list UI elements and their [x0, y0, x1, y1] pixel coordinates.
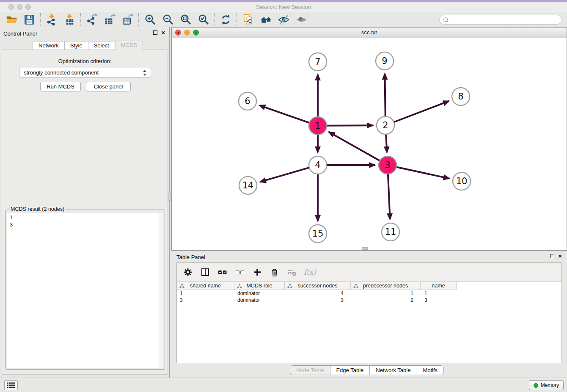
zoom-selected-icon[interactable] [194, 13, 212, 26]
memory-button[interactable]: Memory [529, 380, 564, 390]
table-tabs: Node Table Edge Table Network Table Moti… [290, 365, 444, 375]
graph-node-15[interactable]: 15 [309, 225, 327, 243]
graph-node-6[interactable]: 6 [239, 92, 256, 110]
zoom-fit-icon[interactable] [176, 13, 194, 26]
tab-network-table[interactable]: Network Table [370, 366, 417, 375]
close-panel-button[interactable]: Close panel [86, 82, 131, 91]
cell-shared-name[interactable]: 3 [177, 297, 234, 304]
node-table[interactable]: shared name MCDS role successor nodes pr… [177, 282, 561, 363]
cell-predecessor-nodes[interactable]: 2 [351, 297, 421, 304]
show-all-icon[interactable] [292, 13, 310, 26]
tab-edge-table[interactable]: Edge Table [330, 366, 370, 375]
toggle-panes-icon[interactable] [200, 267, 211, 278]
column-header-shared-name[interactable]: shared name [177, 282, 234, 290]
graph-edge-4-14[interactable] [260, 168, 309, 182]
save-session-icon[interactable] [20, 13, 38, 26]
task-history-button[interactable] [4, 380, 18, 390]
deselect-all-columns-icon[interactable] [234, 267, 245, 278]
dropdown-stepper-icon [143, 69, 147, 76]
mcds-result-area[interactable]: 1 3 [7, 213, 163, 368]
delete-columns-icon[interactable] [269, 267, 280, 278]
cell-name[interactable]: 1 [421, 290, 457, 297]
float-panel-icon[interactable] [153, 30, 157, 35]
svg-text:8: 8 [458, 91, 463, 102]
column-header-mcds-role[interactable]: MCDS role [234, 282, 285, 290]
graph-node-1[interactable]: 1 [309, 117, 327, 135]
apply-layout-icon[interactable] [217, 13, 234, 26]
task-list-icon [7, 382, 15, 389]
network-window-titlebar[interactable]: x − + scc.txt [172, 28, 567, 38]
export-network-icon[interactable] [83, 13, 101, 26]
graph-edge-2-3[interactable] [386, 134, 387, 152]
memory-label: Memory [541, 382, 559, 388]
graph-node-11[interactable]: 11 [382, 223, 399, 241]
graph-node-9[interactable]: 9 [376, 52, 394, 70]
graph-node-8[interactable]: 8 [452, 88, 470, 105]
hide-selected-icon[interactable] [275, 13, 292, 26]
delete-table-icon[interactable] [286, 267, 297, 278]
search-field[interactable] [439, 15, 562, 25]
graph-edge-3-1[interactable] [329, 132, 380, 161]
graph-node-7[interactable]: 7 [309, 53, 327, 71]
tab-motifs[interactable]: Motifs [417, 366, 443, 375]
run-mcds-button[interactable]: Run MCDS [40, 82, 81, 91]
zoom-out-icon[interactable] [159, 13, 176, 26]
network-graph[interactable]: 7968124314101511 [172, 38, 567, 250]
toolbar-separator [40, 13, 41, 26]
tab-node-table[interactable]: Node Table [290, 366, 330, 375]
column-header-predecessor-nodes[interactable]: predecessor nodes [351, 282, 421, 290]
tab-mcds[interactable]: MCDS [115, 41, 143, 50]
graph-edge-1-2[interactable] [327, 125, 373, 126]
panel-splitter-handle[interactable] [168, 193, 171, 201]
first-neighbors-icon[interactable] [257, 13, 275, 26]
graph-edge-2-8[interactable] [394, 101, 449, 122]
graph-node-4[interactable]: 4 [309, 156, 327, 174]
add-column-icon[interactable] [252, 267, 263, 278]
cell-successor-nodes[interactable]: 4 [285, 290, 351, 297]
graph-node-14[interactable]: 14 [239, 177, 257, 194]
export-image-icon[interactable] [118, 13, 136, 26]
close-table-panel-icon[interactable]: × [558, 254, 562, 259]
tab-network[interactable]: Network [33, 41, 65, 50]
svg-text:2: 2 [383, 120, 388, 130]
column-settings-icon[interactable] [182, 267, 193, 278]
canvas-resize-handle[interactable] [362, 247, 368, 250]
close-panel-icon[interactable]: × [161, 30, 165, 35]
import-network-icon[interactable] [43, 13, 61, 26]
graph-node-10[interactable]: 10 [453, 172, 471, 190]
import-table-icon[interactable] [61, 13, 78, 26]
tab-select[interactable]: Select [88, 41, 115, 50]
graph-node-3[interactable]: 3 [379, 156, 396, 174]
fx-label: f(x) [304, 268, 316, 276]
toolbar-separator [80, 13, 81, 26]
toolbar-separator [237, 13, 237, 26]
cell-predecessor-nodes[interactable]: 1 [351, 290, 421, 297]
graph-node-2[interactable]: 2 [377, 116, 394, 134]
cell-mcds-role[interactable]: dominator [234, 297, 285, 304]
graph-edge-3-11[interactable] [388, 174, 390, 219]
table-row[interactable]: 3 dominator 3 2 3 [177, 297, 561, 304]
column-header-successor-nodes[interactable]: successor nodes [285, 282, 351, 290]
open-session-icon[interactable] [3, 13, 20, 26]
result-scrollbar[interactable] [159, 213, 163, 368]
table-row[interactable]: 1 dominator 4 1 1 [177, 290, 561, 297]
tab-style[interactable]: Style [65, 41, 88, 50]
column-header-name[interactable]: name [421, 282, 457, 290]
network-canvas[interactable]: 7968124314101511 [172, 38, 567, 250]
graph-edge-1-6[interactable] [259, 105, 309, 123]
cell-successor-nodes[interactable]: 3 [285, 297, 351, 304]
optimization-criterion-dropdown[interactable]: strongly connected component [19, 68, 151, 77]
function-builder-icon[interactable]: f(x) [304, 267, 316, 278]
duplicate-network-icon[interactable] [239, 13, 257, 26]
cell-shared-name[interactable]: 1 [177, 290, 234, 297]
graph-edge-3-10[interactable] [396, 167, 449, 178]
cell-name[interactable]: 3 [421, 297, 457, 304]
export-table-icon[interactable] [101, 13, 118, 26]
cell-mcds-role[interactable]: dominator [234, 290, 285, 297]
zoom-in-icon[interactable] [141, 13, 159, 26]
float-table-panel-icon[interactable] [550, 254, 554, 258]
search-input[interactable] [449, 16, 561, 24]
svg-text:10: 10 [456, 176, 468, 186]
graph-edge-2-9[interactable] [385, 74, 385, 116]
select-all-columns-icon[interactable] [217, 267, 228, 278]
